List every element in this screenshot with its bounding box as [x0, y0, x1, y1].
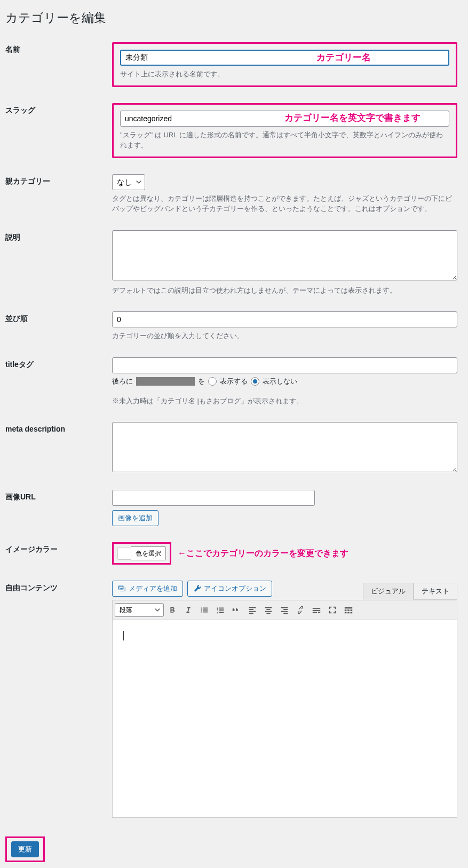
color-swatch[interactable] [117, 547, 131, 560]
svg-rect-3 [351, 609, 353, 611]
name-label: 名前 [5, 45, 20, 53]
icon-option-button[interactable]: アイコンオプション [187, 581, 272, 597]
description-desc: デフォルトではこの説明は目立つ使われ方はしませんが、テーマによっては表示されます… [112, 285, 457, 296]
svg-rect-2 [347, 609, 350, 611]
titletag-label: titleタグ [5, 360, 34, 369]
imageurl-label: 画像URL [5, 492, 36, 501]
titletag-radio-hide[interactable] [251, 377, 259, 386]
imagecolor-label: イメージカラー [5, 545, 58, 553]
add-image-button[interactable]: 画像を追加 [112, 510, 158, 526]
order-label: 並び順 [5, 314, 28, 323]
text-cursor [123, 631, 124, 640]
format-select[interactable]: 段落 [115, 603, 164, 617]
editor-area[interactable] [112, 620, 457, 818]
tab-text[interactable]: テキスト [414, 583, 457, 600]
titletag-input[interactable] [112, 357, 457, 373]
align-left-icon[interactable] [245, 603, 260, 617]
svg-rect-5 [347, 612, 350, 614]
more-icon[interactable] [309, 603, 324, 617]
add-media-button[interactable]: メディアを追加 [112, 581, 183, 597]
titletag-gray-block [136, 377, 195, 386]
fullscreen-icon[interactable] [325, 603, 340, 617]
parent-desc: タグとは異なり、カテゴリーは階層構造を持つことができます。たとえば、ジャズという… [112, 193, 457, 214]
toolbar-toggle-icon[interactable] [341, 603, 356, 617]
slug-desc: "スラッグ" は URL に適した形式の名前です。通常はすべて半角小文字で、英数… [120, 130, 449, 151]
name-input[interactable] [120, 50, 449, 66]
italic-icon[interactable] [181, 603, 196, 617]
metadesc-textarea[interactable] [112, 422, 457, 472]
tab-visual[interactable]: ビジュアル [363, 583, 414, 600]
parent-select[interactable]: なし [112, 174, 145, 190]
page-title: カテゴリーを編集 [5, 0, 463, 34]
order-input[interactable] [112, 311, 457, 327]
media-icon [118, 584, 126, 593]
description-textarea[interactable] [112, 230, 457, 280]
order-desc: カテゴリーの並び順を入力してください。 [112, 331, 457, 341]
slug-label: スラッグ [5, 106, 35, 114]
link-icon[interactable] [293, 603, 308, 617]
wrench-icon [193, 584, 202, 593]
align-right-icon[interactable] [277, 603, 292, 617]
svg-rect-0 [345, 607, 352, 609]
titletag-mid: を [198, 377, 205, 386]
titletag-show-label: 表示する [220, 377, 248, 386]
submit-highlight-box: 更新 [5, 836, 45, 862]
name-desc: サイト上に表示される名前です。 [120, 69, 449, 80]
titletag-radio-show[interactable] [208, 377, 217, 386]
metadesc-label: meta description [5, 425, 65, 433]
slug-highlight-box: カテゴリー名を英文字で書きます "スラッグ" は URL に適した形式の名前です… [112, 103, 457, 158]
update-button[interactable]: 更新 [11, 841, 39, 857]
ol-icon[interactable] [213, 603, 228, 617]
color-annotation: ←ここでカテゴリーのカラーを変更できます [178, 548, 348, 559]
parent-label: 親カテゴリー [5, 177, 50, 185]
svg-rect-6 [351, 612, 353, 614]
ul-icon[interactable] [197, 603, 212, 617]
quote-icon[interactable] [229, 603, 244, 617]
titletag-desc: ※未入力時は「カテゴリ名 |もさおブログ」が表示されます。 [112, 396, 457, 406]
color-highlight-box: 色を選択 [112, 542, 171, 565]
slug-input[interactable] [120, 111, 449, 127]
editor-toolbar: 段落 [112, 600, 457, 620]
freecontent-label: 自由コンテンツ [5, 583, 58, 592]
titletag-hide-label: 表示しない [263, 377, 297, 386]
description-label: 説明 [5, 233, 20, 241]
svg-rect-1 [345, 609, 347, 611]
svg-rect-4 [345, 612, 347, 614]
name-highlight-box: カテゴリー名 サイト上に表示される名前です。 [112, 42, 457, 87]
titletag-prefix: 後ろに [112, 377, 133, 386]
imageurl-input[interactable] [112, 490, 315, 506]
bold-icon[interactable] [165, 603, 180, 617]
color-select-button[interactable]: 色を選択 [131, 546, 166, 560]
align-center-icon[interactable] [261, 603, 276, 617]
